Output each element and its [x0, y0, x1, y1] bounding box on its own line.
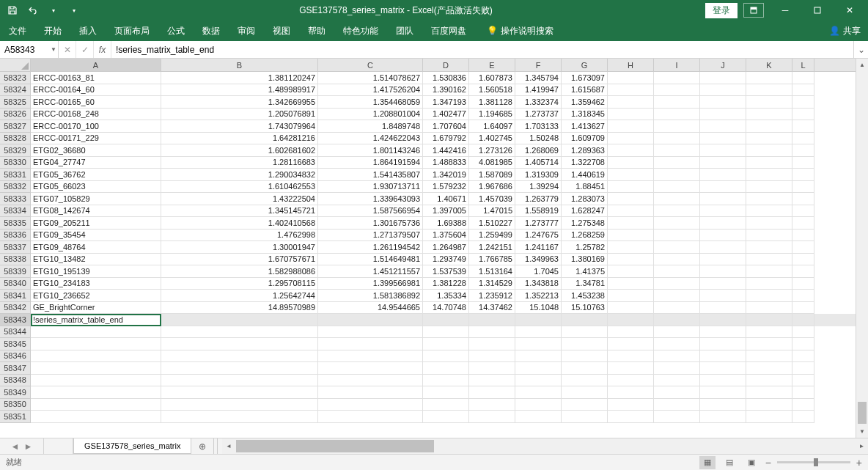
- cell[interactable]: [700, 290, 746, 302]
- row-header[interactable]: 58344: [0, 326, 30, 339]
- cell[interactable]: 1.537539: [423, 265, 469, 278]
- row-header[interactable]: 58332: [0, 181, 30, 194]
- cell[interactable]: [700, 84, 746, 97]
- add-sheet-button[interactable]: ⊕: [191, 438, 213, 454]
- cell[interactable]: 1.30001947: [161, 241, 318, 254]
- cell[interactable]: [608, 205, 654, 218]
- cell[interactable]: 1.453238: [562, 290, 608, 302]
- cell[interactable]: 1.359462: [562, 96, 608, 109]
- cell[interactable]: 1.530836: [423, 72, 469, 84]
- cell[interactable]: [792, 181, 814, 194]
- cell[interactable]: [318, 338, 423, 350]
- cell[interactable]: 1.402410568: [161, 217, 318, 230]
- cell[interactable]: [700, 72, 746, 84]
- cell[interactable]: [318, 314, 423, 326]
- cell[interactable]: 4.081985: [469, 157, 515, 169]
- cell[interactable]: [746, 386, 792, 399]
- save-icon[interactable]: [4, 2, 21, 18]
- row-header[interactable]: 58328: [0, 133, 30, 145]
- cell[interactable]: GE_BrightCorner: [31, 302, 161, 315]
- row-header[interactable]: 58326: [0, 109, 30, 121]
- cell[interactable]: [700, 362, 746, 375]
- cell[interactable]: [700, 399, 746, 411]
- cell[interactable]: [423, 375, 469, 387]
- cell[interactable]: 1.864191594: [318, 157, 423, 169]
- cell[interactable]: [469, 375, 515, 387]
- cell[interactable]: [161, 350, 318, 363]
- cell[interactable]: [792, 254, 814, 266]
- cell[interactable]: [700, 217, 746, 230]
- cell[interactable]: [700, 144, 746, 157]
- cell[interactable]: [423, 326, 469, 339]
- cell[interactable]: [562, 362, 608, 375]
- cell[interactable]: 1.39294: [515, 181, 562, 194]
- cell[interactable]: 1.457039: [469, 193, 515, 205]
- cell[interactable]: 1.8489748: [318, 120, 423, 133]
- cell[interactable]: 1.489989917: [161, 84, 318, 97]
- column-header-D[interactable]: D: [423, 59, 469, 71]
- cell[interactable]: ETG07_105829: [31, 193, 161, 205]
- zoom-slider[interactable]: [777, 461, 850, 463]
- cell[interactable]: 1.587566954: [318, 205, 423, 218]
- row-header[interactable]: 58349: [0, 386, 30, 399]
- cell[interactable]: [746, 169, 792, 181]
- cell[interactable]: [654, 72, 700, 84]
- cell[interactable]: [654, 109, 700, 121]
- row-header[interactable]: 58346: [0, 350, 30, 363]
- cell[interactable]: [792, 278, 814, 290]
- cell[interactable]: [562, 399, 608, 411]
- cell[interactable]: [746, 326, 792, 339]
- cell[interactable]: 1.205076891: [161, 109, 318, 121]
- cell[interactable]: [608, 230, 654, 242]
- cell[interactable]: 1.342019: [423, 169, 469, 181]
- scroll-track[interactable]: [856, 71, 868, 425]
- cell[interactable]: [792, 411, 814, 423]
- cell[interactable]: [608, 350, 654, 363]
- cell[interactable]: ETG09_35454: [31, 230, 161, 242]
- cell[interactable]: [746, 109, 792, 121]
- cell[interactable]: [654, 290, 700, 302]
- cell[interactable]: [654, 96, 700, 109]
- cell[interactable]: [608, 169, 654, 181]
- cell[interactable]: [746, 254, 792, 266]
- row-header[interactable]: 58336: [0, 230, 30, 242]
- cell[interactable]: [161, 362, 318, 375]
- cell[interactable]: [654, 399, 700, 411]
- tab-layout[interactable]: 页面布局: [106, 21, 158, 41]
- cell[interactable]: ETG08_142674: [31, 205, 161, 218]
- cell[interactable]: [515, 375, 562, 387]
- cell[interactable]: [161, 326, 318, 339]
- tab-data[interactable]: 数据: [194, 21, 229, 41]
- cell[interactable]: 1.88451: [562, 181, 608, 194]
- cell[interactable]: 1.28116683: [161, 157, 318, 169]
- cell[interactable]: 1.295708115: [161, 278, 318, 290]
- minimize-button[interactable]: ─: [770, 0, 801, 21]
- cell[interactable]: [608, 217, 654, 230]
- row-header[interactable]: 58351: [0, 411, 30, 423]
- cell[interactable]: ETG09_48764: [31, 241, 161, 254]
- cell[interactable]: [562, 326, 608, 339]
- cell[interactable]: [792, 205, 814, 218]
- cell[interactable]: [700, 386, 746, 399]
- hscroll-thumb[interactable]: [236, 440, 434, 452]
- cell[interactable]: 1.273126: [469, 144, 515, 157]
- cell[interactable]: [318, 375, 423, 387]
- cell[interactable]: 1.375604: [423, 230, 469, 242]
- cell[interactable]: [515, 338, 562, 350]
- cell[interactable]: 1.397005: [423, 205, 469, 218]
- cell[interactable]: [562, 338, 608, 350]
- cell[interactable]: [161, 399, 318, 411]
- cell[interactable]: [608, 375, 654, 387]
- share-button[interactable]: 👤 共享: [829, 21, 868, 41]
- cell[interactable]: [792, 217, 814, 230]
- cell[interactable]: [469, 314, 515, 326]
- cell[interactable]: [31, 399, 161, 411]
- cell[interactable]: ERCC-00168_248: [31, 109, 161, 121]
- cell[interactable]: 1.419947: [515, 84, 562, 97]
- tab-team[interactable]: 团队: [387, 21, 422, 41]
- cell[interactable]: [654, 205, 700, 218]
- cell[interactable]: ERCC-00163_81: [31, 72, 161, 84]
- cell[interactable]: [469, 386, 515, 399]
- cell[interactable]: [746, 241, 792, 254]
- cell[interactable]: 1.582988086: [161, 265, 318, 278]
